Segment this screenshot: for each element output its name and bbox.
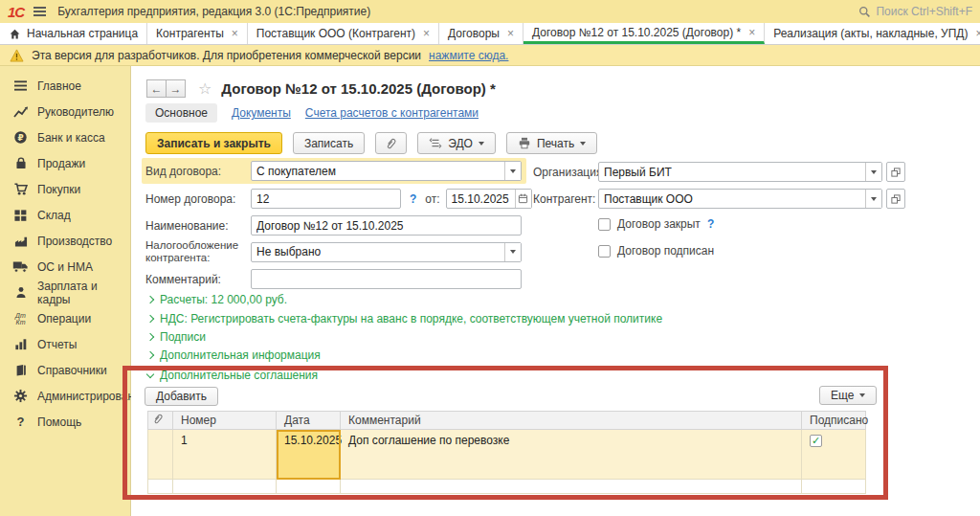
save-button[interactable]: Записать	[293, 132, 365, 154]
contract-closed-checkbox[interactable]	[598, 218, 611, 231]
sidebar-item-bank-i-kassa[interactable]: ₽ Банк и касса	[0, 124, 130, 150]
sidebar-item-sklad[interactable]: Склад	[0, 202, 130, 228]
section-nds[interactable]: НДС: Регистрировать счета-фактуры на ава…	[145, 312, 662, 325]
search-placeholder: Поиск Ctrl+Shift+F	[876, 5, 972, 18]
contract-date-input[interactable]	[447, 190, 515, 208]
bar-chart-icon	[12, 337, 29, 352]
sidebar-item-prodazhi[interactable]: Продажи	[0, 150, 130, 176]
comment-cell[interactable]: Доп соглашение по перевозке	[341, 430, 802, 480]
tab-label: Контрагенты	[156, 27, 224, 40]
close-icon[interactable]: ×	[748, 26, 755, 39]
organization-select[interactable]	[598, 162, 882, 182]
contract-number-input[interactable]	[251, 189, 401, 209]
shopping-bag-icon	[12, 156, 29, 171]
comment-input[interactable]	[251, 269, 522, 289]
signed-cell[interactable]: ✓	[802, 430, 866, 480]
sidebar-item-glavnoe[interactable]: Главное	[0, 73, 130, 99]
open-organization-button[interactable]	[886, 162, 905, 182]
contract-name-input[interactable]	[251, 215, 522, 236]
paperclip-icon	[385, 137, 397, 150]
contract-kind-select[interactable]	[251, 161, 522, 181]
taxation-value[interactable]	[252, 243, 504, 261]
favorite-star-icon[interactable]: ☆	[198, 79, 212, 98]
main-menu-icon[interactable]	[33, 7, 46, 16]
tab-label: Договор №12 от 15.10.2025 (Договор) *	[532, 26, 741, 39]
dropdown-button[interactable]	[504, 162, 521, 180]
page-title: Договор №12 от 15.10.2025 (Договор) *	[221, 80, 495, 97]
section-dop-informaciya[interactable]: Дополнительная информация	[145, 348, 321, 362]
gear-icon	[12, 389, 29, 404]
tab-postavshchik[interactable]: Поставщик ООО (Контрагент) ×	[248, 23, 439, 44]
tab-dogovor-12-active[interactable]: Договор №12 от 15.10.2025 (Договор) * ×	[523, 23, 765, 44]
number-cell[interactable]: 1	[173, 430, 277, 480]
date-cell-selected[interactable]: 15.10.2025	[277, 430, 341, 480]
debit-credit-icon: ДтКт	[12, 311, 29, 326]
sidebar-item-os-i-nma[interactable]: ОС и НМА	[0, 254, 130, 280]
counterparty-value[interactable]	[599, 190, 865, 208]
dropdown-button[interactable]	[865, 163, 881, 181]
sidebar-item-proizvodstvo[interactable]: Производство	[0, 228, 130, 254]
column-header-date[interactable]: Дата	[277, 412, 341, 430]
list-icon	[12, 79, 29, 94]
sidebar-item-zarplata-i-kadry[interactable]: Зарплата и кадры	[0, 280, 130, 305]
dropdown-caret-icon	[580, 142, 586, 146]
more-button[interactable]: Еще	[819, 386, 877, 405]
warning-link[interactable]: нажмите сюда.	[429, 49, 508, 62]
agreement-row[interactable]: 1 15.10.2025 Доп соглашение по перевозке…	[148, 430, 866, 480]
edo-button[interactable]: ЭДО	[417, 132, 496, 154]
global-search[interactable]: Поиск Ctrl+Shift+F	[858, 5, 972, 18]
section-dop-soglasheniya[interactable]: Дополнительные соглашения	[145, 369, 318, 382]
tab-realizaciya[interactable]: Реализация (акты, накладные, УПД) ×	[765, 23, 980, 44]
back-button[interactable]: ←	[146, 79, 167, 98]
section-raschety[interactable]: Расчеты: 12 000,00 руб.	[145, 293, 287, 306]
contract-date-field[interactable]	[446, 189, 532, 209]
close-icon[interactable]: ×	[507, 27, 514, 40]
dropdown-caret-icon	[859, 393, 865, 397]
contract-signed-checkbox[interactable]	[598, 245, 611, 258]
sidebar-label: Операции	[37, 312, 91, 325]
dropdown-button[interactable]	[504, 243, 521, 261]
save-and-close-button[interactable]: Записать и закрыть	[145, 132, 282, 154]
section-podpisi[interactable]: Подписи	[145, 330, 206, 344]
print-button[interactable]: Печать	[506, 132, 597, 154]
sidebar-item-operacii[interactable]: ДтКт Операции	[0, 305, 130, 331]
nav-link-scheta-raschetov[interactable]: Счета расчетов с контрагентами	[305, 106, 479, 120]
number-hint[interactable]: ?	[410, 192, 416, 206]
column-header-comment[interactable]: Комментарий	[341, 412, 802, 430]
dropdown-button[interactable]	[865, 190, 881, 208]
attachment-column-header[interactable]	[148, 412, 173, 430]
column-header-number[interactable]: Номер	[173, 412, 277, 430]
open-counterparty-button[interactable]	[886, 189, 905, 209]
close-icon[interactable]: ×	[423, 27, 430, 40]
column-header-signed[interactable]: Подписано	[802, 412, 866, 430]
open-link-icon	[890, 193, 902, 205]
tab-dogovory[interactable]: Договоры ×	[439, 23, 523, 44]
sidebar-item-administrirovanie[interactable]: Администрирование	[0, 383, 130, 409]
attachments-button[interactable]	[375, 132, 407, 154]
tab-home[interactable]: Начальная страница	[0, 23, 147, 44]
add-agreement-button[interactable]: Добавить	[145, 387, 218, 406]
taxation-select[interactable]	[251, 242, 522, 262]
sidebar-item-pokupki[interactable]: Покупки	[0, 176, 130, 202]
counterparty-select[interactable]	[598, 189, 882, 209]
close-icon[interactable]: ×	[975, 27, 980, 40]
signed-checkbox-checked[interactable]: ✓	[810, 435, 822, 447]
sidebar-item-rukovoditelyu[interactable]: Руководителю	[0, 99, 130, 124]
close-icon[interactable]: ×	[232, 27, 238, 40]
closed-hint[interactable]: ?	[707, 217, 714, 231]
contract-kind-value[interactable]	[252, 162, 504, 180]
sidebar-item-pomoshch[interactable]: ? Помощь	[0, 409, 130, 435]
forward-button[interactable]: →	[166, 79, 186, 98]
calendar-button[interactable]	[515, 190, 531, 208]
sidebar-item-spravochniki[interactable]: Справочники	[0, 357, 130, 383]
sidebar-item-otchety[interactable]: Отчеты	[0, 331, 130, 357]
app-title: Бухгалтерия предприятия, редакция 3.0 (1…	[57, 5, 370, 18]
nav-link-dokumenty[interactable]: Документы	[232, 106, 291, 120]
nav-link-osnovnoe[interactable]: Основное	[145, 103, 217, 123]
help-icon: ?	[12, 415, 29, 430]
organization-value[interactable]	[599, 163, 865, 181]
field-label: Контрагент:	[533, 192, 598, 206]
sidebar-label: Справочники	[37, 364, 107, 377]
tab-kontragenty[interactable]: Контрагенты ×	[147, 23, 248, 44]
attachment-cell[interactable]	[148, 430, 173, 480]
